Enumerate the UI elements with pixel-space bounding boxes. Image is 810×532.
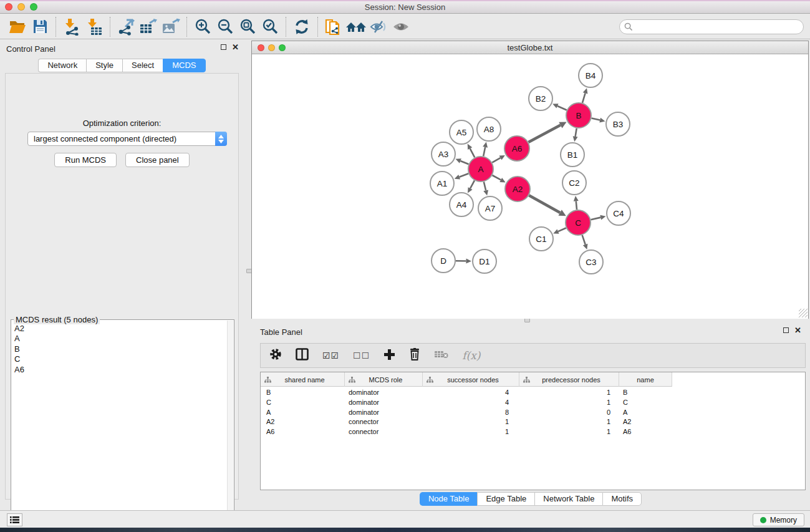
task-history-button[interactable] <box>7 513 22 526</box>
shared-column-icon <box>427 377 433 383</box>
mcds-result-item[interactable]: A <box>12 334 226 344</box>
gear-icon[interactable] <box>269 348 282 363</box>
graph-edge-A-A1[interactable] <box>460 173 469 177</box>
run-mcds-button[interactable]: Run MCDS <box>54 153 117 167</box>
node-table-rows: Bdominator41BCdominator41CAdominator80AA… <box>261 388 805 437</box>
column-header-successor-nodes[interactable]: successor nodes <box>423 372 519 387</box>
graph-edge-A-A4[interactable] <box>470 180 475 188</box>
search-input[interactable] <box>633 21 803 32</box>
search-box[interactable] <box>619 19 804 34</box>
toolbar-separator <box>286 17 286 37</box>
table-row[interactable]: Cdominator41C <box>261 398 805 408</box>
graph-node-label: C2 <box>569 178 579 188</box>
delete-column-icon[interactable] <box>409 348 420 363</box>
tab-motifs[interactable]: Motifs <box>602 492 642 506</box>
graph-edge-A6-B[interactable] <box>529 125 561 143</box>
window-resize-handle[interactable] <box>799 309 808 317</box>
zoom-selected-icon[interactable] <box>259 16 281 37</box>
graph-edge-C-C2[interactable] <box>576 201 577 210</box>
tab-mcds[interactable]: MCDS <box>163 59 205 72</box>
table-row[interactable]: A2connector11A2 <box>261 417 805 427</box>
close-panel-button[interactable]: Close panel <box>125 153 190 167</box>
network-window-title: testGlobe.txt <box>252 43 808 52</box>
columns-icon[interactable] <box>296 348 309 363</box>
graph-edge-arrowhead <box>573 136 578 142</box>
shared-column-icon <box>523 377 530 383</box>
network-window-titlebar[interactable]: testGlobe.txt <box>252 41 808 54</box>
table-cell: 0 <box>509 408 610 418</box>
refresh-icon[interactable] <box>291 16 313 37</box>
session-networks-icon[interactable] <box>322 16 345 37</box>
table-row[interactable]: Bdominator41B <box>261 388 805 398</box>
column-header-name[interactable]: name <box>619 372 672 387</box>
graph-edge-A-A6[interactable] <box>492 158 500 163</box>
graph-edge-A-A7[interactable] <box>484 181 486 190</box>
control-panel-title: Control Panel <box>6 44 239 54</box>
select-all-columns-icon[interactable]: ☑☑ <box>322 351 339 360</box>
horizontal-divider-grip[interactable] <box>524 318 530 322</box>
delete-table-icon[interactable] <box>434 349 448 362</box>
graph-edge-B-B1[interactable] <box>576 128 577 137</box>
column-header-mcds-role[interactable]: MCDS role <box>345 372 423 387</box>
mcds-result-scrollbar[interactable] <box>227 321 233 530</box>
mcds-result-item[interactable]: B <box>12 344 226 354</box>
criterion-dropdown[interactable]: largest connected component (directed) <box>27 132 227 146</box>
export-image-icon[interactable] <box>160 16 182 37</box>
status-bar: Memory <box>0 510 810 528</box>
criterion-value: largest connected component (directed) <box>28 134 215 143</box>
graph-node-label: A3 <box>438 150 449 159</box>
graph-edge-arrowhead <box>574 196 579 201</box>
export-table-icon[interactable] <box>137 16 160 37</box>
graph-edge-arrowhead <box>483 190 488 195</box>
graph-edge-A2-C[interactable] <box>529 195 560 213</box>
graph-edge-B-B3[interactable] <box>591 118 600 120</box>
graph-edge-C-C4[interactable] <box>591 218 600 220</box>
float-panel-icon[interactable] <box>221 44 226 50</box>
tab-network-table[interactable]: Network Table <box>534 492 602 506</box>
hide-details-icon[interactable] <box>367 16 390 37</box>
add-column-icon[interactable] <box>383 349 395 363</box>
tab-network[interactable]: Network <box>38 59 86 72</box>
network-canvas[interactable]: AA1A2A3A4A5A6A7A8BB1B2B3B4CC1C2C3C4DD1 <box>252 54 808 319</box>
graph-edge-A-A2[interactable] <box>492 175 501 180</box>
import-table-icon[interactable] <box>83 16 105 37</box>
graph-edge-A-A5[interactable] <box>470 148 475 157</box>
function-builder-icon[interactable]: f(x) <box>462 349 480 362</box>
table-cell: connector <box>345 417 423 427</box>
export-network-icon[interactable] <box>115 16 137 37</box>
node-table-header: shared name MCDS role successor nodes pr… <box>261 372 672 387</box>
close-panel-icon[interactable]: ✕ <box>232 44 239 51</box>
zoom-out-icon[interactable] <box>214 16 236 37</box>
graph-node-label: B3 <box>613 120 624 129</box>
zoom-fit-icon[interactable] <box>236 16 259 37</box>
memory-button[interactable]: Memory <box>753 513 804 526</box>
float-table-panel-icon[interactable] <box>783 327 789 333</box>
home-icon[interactable] <box>345 16 367 37</box>
table-cell: dominator <box>345 388 423 398</box>
graph-edge-A-A8[interactable] <box>483 147 485 157</box>
graph-edge-C-C3[interactable] <box>582 235 586 244</box>
tab-select[interactable]: Select <box>122 59 163 72</box>
unselect-all-columns-icon[interactable]: ☐☐ <box>353 351 370 360</box>
zoom-in-icon[interactable] <box>191 16 214 37</box>
import-network-icon[interactable] <box>60 16 83 37</box>
graph-edge-A-A3[interactable] <box>460 161 468 164</box>
graph-edge-C-C1[interactable] <box>558 228 566 231</box>
table-row[interactable]: A6connector11A6 <box>261 427 805 437</box>
tab-edge-table[interactable]: Edge Table <box>477 492 534 506</box>
mcds-result-item[interactable]: A2 <box>12 324 226 334</box>
close-table-panel-icon[interactable]: ✕ <box>794 327 801 334</box>
graph-edge-B-B4[interactable] <box>582 93 586 103</box>
mcds-result-item[interactable]: A6 <box>12 365 226 375</box>
open-session-icon[interactable] <box>6 16 29 37</box>
tab-node-table[interactable]: Node Table <box>420 492 478 506</box>
graph-node-label: D1 <box>479 257 489 266</box>
show-graphics-icon[interactable] <box>390 16 412 37</box>
column-header-shared-name[interactable]: shared name <box>261 372 345 387</box>
tab-style[interactable]: Style <box>86 59 122 72</box>
table-row[interactable]: Adominator80A <box>261 408 805 418</box>
save-session-icon[interactable] <box>29 16 51 37</box>
graph-edge-B-B2[interactable] <box>557 106 567 110</box>
column-header-predecessor-nodes[interactable]: predecessor nodes <box>519 372 619 387</box>
mcds-result-item[interactable]: C <box>12 354 226 364</box>
